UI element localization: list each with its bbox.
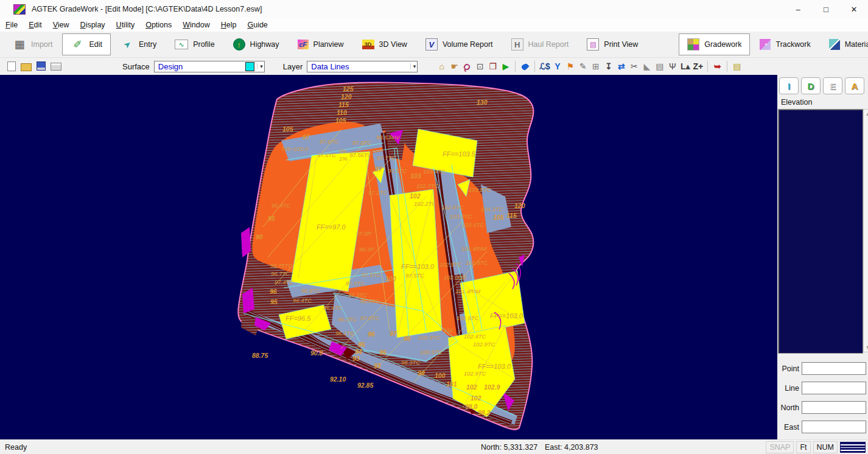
- planview-button[interactable]: cFPlanview: [289, 33, 352, 55]
- elevation-label: 105: [493, 214, 504, 221]
- new-document-icon[interactable]: [7, 61, 16, 71]
- balance-icon[interactable]: Ψ: [667, 61, 678, 72]
- pan-hand-icon[interactable]: ☛: [449, 61, 460, 72]
- toolbar-button-label: Highway: [250, 40, 279, 49]
- menu-window[interactable]: Window: [177, 19, 215, 30]
- copy-frame-icon[interactable]: ❐: [487, 61, 499, 72]
- point-label: Point: [777, 365, 799, 373]
- menu-guide[interactable]: Guide: [242, 19, 273, 30]
- print-icon[interactable]: [51, 63, 61, 71]
- gradework-button[interactable]: Gradework: [679, 33, 750, 55]
- mode-button-a[interactable]: A: [845, 77, 864, 94]
- close-button[interactable]: ✕: [840, 0, 868, 18]
- mode-button-d[interactable]: D: [801, 77, 821, 94]
- elevation-label: 102.8TC: [441, 204, 464, 211]
- frame-grid-icon[interactable]: ⊞: [590, 61, 601, 72]
- mode-button-i[interactable]: I: [779, 77, 799, 94]
- menu-display[interactable]: Display: [75, 19, 111, 30]
- layer-dropdown[interactable]: Data Lines ▾: [307, 61, 418, 72]
- gradework-icon: [687, 38, 699, 51]
- save-icon[interactable]: [37, 61, 46, 71]
- elevation-label: 120: [514, 202, 525, 209]
- pull-down-icon[interactable]: ↧: [603, 61, 614, 72]
- wye-icon[interactable]: Y: [551, 61, 563, 72]
- menu-file[interactable]: File: [0, 19, 23, 30]
- volume-report-button[interactable]: VVolume Report: [417, 33, 502, 55]
- run-icon[interactable]: ▶: [500, 61, 511, 72]
- menu-edit[interactable]: Edit: [23, 19, 47, 30]
- menu-options[interactable]: Options: [140, 19, 177, 30]
- trackwork-button[interactable]: ◔Trackwork: [751, 33, 819, 55]
- toolbar-separator: [515, 61, 516, 72]
- status-stripes-icon: [840, 442, 866, 453]
- drawing-canvas[interactable]: 1301251201151101051059712011510595909695…: [0, 75, 777, 439]
- surface-dropdown[interactable]: Design ▾: [154, 61, 265, 72]
- status-snap-indicator[interactable]: SNAP: [766, 441, 794, 453]
- open-folder-icon[interactable]: [21, 63, 32, 71]
- entry-button[interactable]: ➤Entry: [112, 33, 165, 55]
- profile-button[interactable]: ∿Profile: [166, 33, 223, 55]
- scroll-up-icon[interactable]: ▲: [866, 111, 868, 117]
- status-num-indicator[interactable]: NUM: [813, 441, 838, 453]
- report-doc-icon[interactable]: ▤: [731, 61, 743, 72]
- east-input[interactable]: [802, 421, 866, 433]
- 3d-view-button[interactable]: 3D3D View: [354, 33, 416, 55]
- menu-utility[interactable]: Utility: [111, 19, 141, 30]
- print-icon: ▤: [587, 38, 599, 51]
- home-view-icon[interactable]: ⌂: [436, 61, 447, 72]
- elevation-label: 101.4RIM: [455, 288, 480, 295]
- minimize-button[interactable]: –: [784, 0, 812, 18]
- elevation-label: 110: [337, 109, 347, 116]
- slope-icon[interactable]: ◣: [641, 61, 653, 72]
- export-page-icon[interactable]: ➥: [712, 61, 723, 72]
- zoom-window-icon[interactable]: Q: [459, 58, 475, 75]
- toolbar-button-label: Volume Report: [443, 40, 493, 49]
- point-input[interactable]: [802, 362, 866, 375]
- line-input[interactable]: [802, 382, 866, 394]
- menu-help[interactable]: Help: [215, 19, 242, 30]
- toolbar-separator: [534, 61, 535, 72]
- menu-view[interactable]: View: [47, 19, 75, 30]
- exclude-include-icon[interactable]: ⊡: [474, 61, 486, 72]
- elevation-label: 105: [282, 125, 293, 133]
- scroll-down-icon[interactable]: ▼: [866, 344, 868, 351]
- chevron-down-icon[interactable]: ▾: [257, 63, 263, 69]
- line-cost-icon[interactable]: ℒ$: [539, 61, 550, 72]
- toolbar-button-label: Print View: [604, 40, 638, 49]
- import-button[interactable]: ▦Import: [4, 33, 61, 55]
- elevation-scrollbar[interactable]: ▲ ▼: [863, 109, 868, 352]
- elevation-label: 95.4TC: [271, 202, 290, 209]
- north-coordinate: North: 5,331.327: [481, 443, 537, 452]
- elevation-label: 92.85: [357, 382, 373, 389]
- elevation-label: 102.9TC: [439, 261, 462, 268]
- status-ft-indicator[interactable]: Ft: [796, 441, 810, 453]
- edit-button[interactable]: ✐Edit: [62, 33, 111, 55]
- materials-underground-button[interactable]: Materials/Underground: [821, 33, 868, 55]
- toolbar-separator: [727, 61, 727, 72]
- haul-report-button[interactable]: HHaul Report: [503, 33, 578, 55]
- layer-label: Layer: [283, 62, 303, 71]
- highway-button[interactable]: ↑Highway: [225, 33, 288, 55]
- north-label: North: [777, 403, 799, 412]
- highway-icon: ↑: [233, 38, 245, 51]
- pole-flag-icon[interactable]: ⚑: [564, 61, 576, 72]
- elevation-label: 101: [446, 380, 457, 388]
- print-view-button[interactable]: ▤Print View: [578, 33, 646, 55]
- elevation-plus-icon[interactable]: Z+: [692, 61, 704, 72]
- elevation-label: 97.5TC: [317, 152, 336, 158]
- elevation-label: 95: [379, 349, 387, 356]
- layers-icon[interactable]: ▤: [654, 61, 665, 72]
- angle-icon[interactable]: L▴: [679, 61, 691, 72]
- sketch-icon[interactable]: ✎: [577, 61, 589, 72]
- elevation-label: 92.10: [330, 375, 346, 383]
- swap-icon[interactable]: ⇄: [615, 61, 627, 72]
- mode-button-e[interactable]: E: [823, 77, 842, 94]
- drop-icon[interactable]: [519, 61, 531, 72]
- north-input[interactable]: [802, 401, 866, 414]
- elevation-list[interactable]: ▲ ▼: [778, 109, 863, 354]
- elevation-label: FF==103.0: [401, 263, 435, 270]
- maximize-button[interactable]: □: [812, 0, 840, 18]
- chevron-down-icon[interactable]: ▾: [410, 63, 416, 69]
- trim-scissors-icon[interactable]: ✂: [628, 61, 640, 72]
- elevation-label: 97: [375, 166, 383, 173]
